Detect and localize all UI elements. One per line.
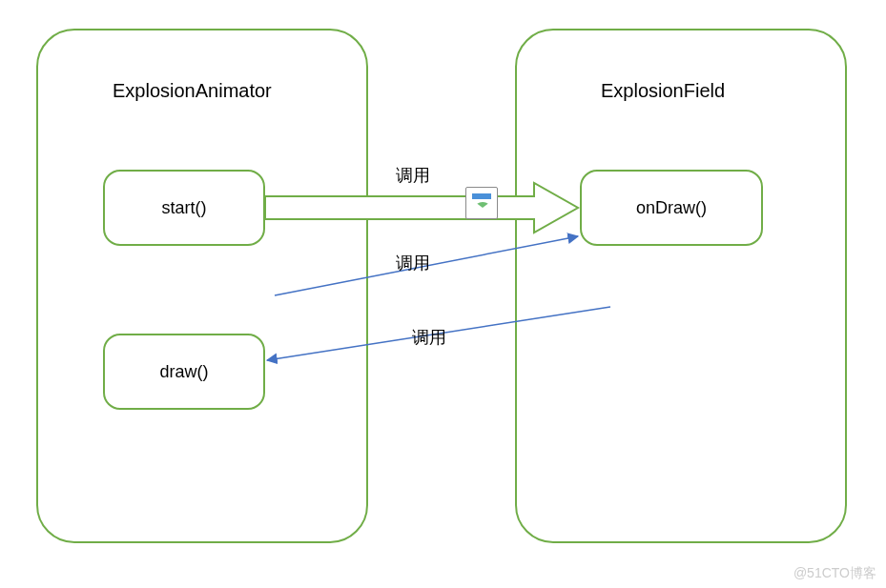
title-explosion-animator: ExplosionAnimator <box>113 80 272 102</box>
method-draw-label: draw() <box>159 362 208 382</box>
title-explosion-field: ExplosionField <box>601 80 725 102</box>
label-call-3: 调用 <box>412 326 446 349</box>
image-icon <box>465 187 498 219</box>
method-draw: draw() <box>103 334 265 410</box>
label-call-1: 调用 <box>396 164 430 187</box>
method-ondraw: onDraw() <box>580 170 763 246</box>
method-ondraw-label: onDraw() <box>636 198 707 218</box>
method-start: start() <box>103 170 265 246</box>
container-explosion-animator <box>36 29 368 543</box>
watermark: @51CTO博客 <box>793 565 876 582</box>
method-start-label: start() <box>162 198 207 218</box>
container-explosion-field <box>515 29 847 543</box>
label-call-2: 调用 <box>396 252 430 274</box>
